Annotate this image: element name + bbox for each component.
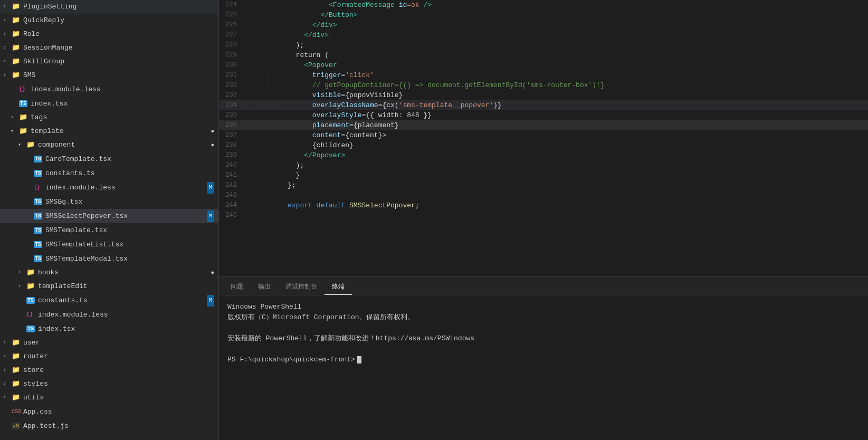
sidebar-item-router[interactable]: ›📁router: [0, 350, 218, 364]
file-explorer: ›📁PluginSetting›📁QuickReply›📁Role›📁Sessi…: [0, 0, 219, 440]
sidebar-item-template[interactable]: ▾📁template●: [0, 125, 218, 138]
sidebar-item-hooks[interactable]: ›📁hooks●: [0, 266, 218, 280]
terminal-prompt[interactable]: PS F:\quickshop\quickcem-front>: [227, 355, 860, 365]
code-line: 234· · · · · · overlayClassName={cx('sms…: [219, 100, 868, 110]
sidebar-item-index-tsx-2[interactable]: TSindex.tsx: [0, 322, 218, 336]
arrow-icon: ›: [3, 56, 12, 68]
sidebar-item-index-tsx[interactable]: TSindex.tsx: [0, 97, 218, 111]
sidebar-item-quick-reply[interactable]: ›📁QuickReply: [0, 14, 218, 27]
line-content: overlayStyle={{ width: 848 }}: [288, 110, 868, 120]
code-line: 238· · · · · · {children}: [219, 140, 868, 150]
line-number: 230: [219, 60, 245, 70]
sidebar-item-session-mange[interactable]: ›📁SessionMange: [0, 41, 218, 55]
line-dots: · · · · · ·: [245, 140, 288, 150]
sidebar-item-badge: M: [207, 211, 214, 222]
sidebar-item-sms-select-popover-tsx[interactable]: TSSMSSelectPopover.tsxM: [0, 209, 218, 223]
sidebar-item-label: QuickReply: [23, 15, 64, 26]
ts-icon: TS: [34, 153, 43, 165]
line-number: 245: [219, 211, 245, 221]
ts-icon: TS: [34, 253, 43, 265]
sidebar-item-store[interactable]: ›📁store: [0, 364, 218, 377]
arrow-icon: ›: [3, 15, 12, 26]
folder-open-icon: 📁: [19, 112, 28, 123]
ts-icon: TS: [26, 294, 36, 307]
sidebar-item-styles[interactable]: ›📁styles: [0, 377, 218, 391]
sidebar-item-label: utils: [23, 392, 44, 404]
sidebar-item-index-module-less-3[interactable]: {}index.module.less: [0, 308, 218, 322]
line-dots: · · · · · ·: [245, 70, 288, 80]
sidebar-item-template-edit[interactable]: ›📁templateEdit: [0, 280, 218, 293]
line-content: };: [288, 180, 868, 190]
sidebar-item-plugin-setting[interactable]: ›📁PluginSetting: [0, 0, 218, 14]
sidebar-item-sms[interactable]: ›📁SMS: [0, 69, 218, 82]
line-content: <Popover: [288, 60, 868, 70]
sidebar-item-label: styles: [23, 378, 48, 390]
terminal-prompt-text: PS F:\quickshop\quickcem-front>: [227, 355, 355, 365]
sidebar-item-label: component: [38, 139, 75, 151]
sidebar-item-label: App.test.js: [23, 420, 69, 432]
line-content: );: [288, 160, 868, 170]
folder-icon: 📁: [12, 365, 21, 376]
terminal-tab-debug-console[interactable]: 调试控制台: [278, 279, 325, 295]
css-icon: CSS: [12, 406, 21, 418]
line-number: 241: [219, 170, 245, 180]
sidebar-item-label: SMSTemplateModal.tsx: [45, 253, 128, 265]
code-editor[interactable]: 224· · · · · · <FormatedMessage id=ok />…: [219, 0, 868, 276]
terminal-line: [227, 344, 860, 355]
sidebar-item-label: index.module.less: [45, 182, 116, 194]
sidebar-item-constants-ts[interactable]: TSconstants.ts: [0, 166, 218, 180]
line-number: 237: [219, 130, 245, 140]
sidebar-item-component[interactable]: ▾📁component●: [0, 138, 218, 152]
sidebar-item-role[interactable]: ›📁Role: [0, 27, 218, 41]
line-content: </Button>: [288, 10, 868, 20]
sidebar-item-app-css[interactable]: CSSApp.css: [0, 405, 218, 419]
terminal-body[interactable]: Windows PowerShell版权所有（C）Microsoft Corpo…: [219, 295, 868, 440]
sidebar-item-label: hooks: [38, 267, 59, 279]
line-content: return (: [288, 50, 868, 60]
sidebar-item-sms-template-modal-tsx[interactable]: TSSMSTemplateModal.tsx: [0, 252, 218, 266]
sidebar-item-index-module-less-2[interactable]: {}index.module.lessM: [0, 180, 218, 195]
line-dots: · · · · · ·: [245, 60, 288, 70]
code-line: 236· · · · · · placement={placement}: [219, 120, 868, 130]
line-dots: · · · · · ·: [245, 130, 288, 140]
sidebar-item-label: tags: [31, 112, 47, 123]
folder-icon: 📁: [12, 378, 21, 390]
code-line: 240· · · · · · );: [219, 160, 868, 170]
sidebar-item-label: index.tsx: [31, 98, 68, 110]
folder-open-icon: 📁: [26, 139, 36, 151]
sidebar-item-index-module-less[interactable]: {}index.module.less: [0, 82, 218, 97]
folder-icon: 📁: [12, 56, 21, 68]
sidebar-item-label: SMSTemplate.tsx: [45, 225, 107, 236]
arrow-icon: ›: [11, 112, 19, 123]
sidebar-item-sms-bg-tsx[interactable]: TSSMSBg.tsx: [0, 195, 218, 209]
sidebar-item-sms-template-list-tsx[interactable]: TSSMSTemplateList.tsx: [0, 237, 218, 252]
line-dots: · · · · · ·: [245, 100, 288, 110]
code-line: 241· · · · · }: [219, 170, 868, 180]
line-content: placement={placement}: [288, 120, 868, 130]
line-dots: · ·: [245, 200, 288, 211]
line-number: 238: [219, 140, 245, 150]
terminal-tab-output[interactable]: 输出: [251, 279, 278, 295]
sidebar-item-sms-template-tsx[interactable]: TSSMSTemplate.tsx: [0, 223, 218, 237]
sidebar-item-card-template-tsx[interactable]: TSCardTemplate.tsx: [0, 152, 218, 166]
sidebar-item-label: PluginSetting: [23, 1, 77, 13]
sidebar-item-badge: ●: [211, 126, 214, 137]
terminal-tab-terminal[interactable]: 终端: [325, 279, 352, 295]
folder-icon: 📁: [12, 337, 21, 349]
terminal-tab-problems[interactable]: 问题: [223, 279, 251, 295]
code-line: 244· ·export default SMSSelectPopover;: [219, 200, 868, 211]
sidebar-item-tags[interactable]: ›📁tags: [0, 111, 218, 125]
sidebar-item-label: SkillGroup: [23, 56, 64, 68]
line-dots: · · · · · ·: [245, 150, 288, 160]
js-icon: JS: [12, 420, 21, 432]
sidebar-item-skill-group[interactable]: ›📁SkillGroup: [0, 55, 218, 69]
sidebar-item-constants-ts-2[interactable]: TSconstants.tsM: [0, 293, 218, 308]
line-content: overlayClassName={cx('sms-template__popo…: [288, 100, 868, 110]
code-line: 242· · · · ·};: [219, 180, 868, 190]
sidebar-item-label: SMSTemplateList.tsx: [45, 239, 123, 251]
sidebar-item-user[interactable]: ›📁user: [0, 336, 218, 350]
sidebar-item-utils[interactable]: ›📁utils: [0, 391, 218, 405]
ts-icon: TS: [34, 210, 43, 222]
sidebar-item-app-test-js[interactable]: JSApp.test.js: [0, 419, 218, 433]
folder-icon: 📁: [12, 392, 21, 404]
